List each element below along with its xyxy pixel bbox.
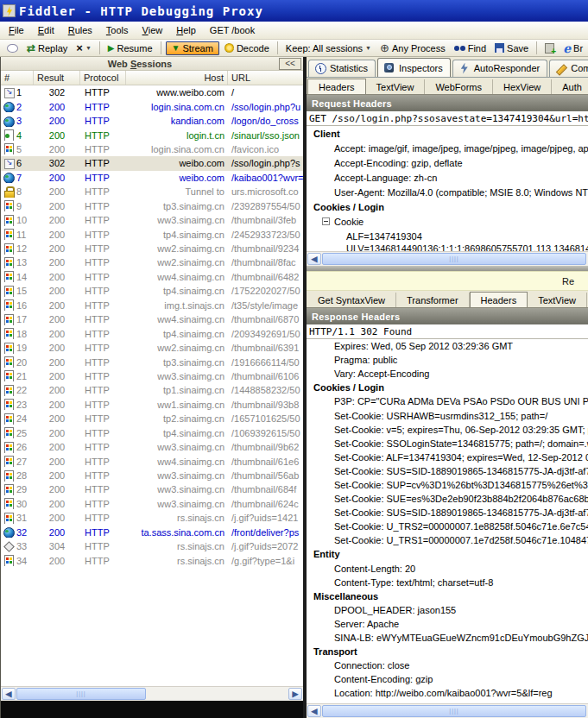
scroll-thumb[interactable] xyxy=(322,705,586,717)
session-row[interactable]: 2200HTTPlogin.sina.com.cn/sso/login.php?… xyxy=(1,99,303,113)
session-row[interactable]: 3200HTTPkandian.com/logon/do_cross xyxy=(1,114,303,128)
session-row[interactable]: 17200HTTPww4.sinaimg.cn/thumbnail/6870 xyxy=(1,312,303,326)
session-row[interactable]: 29200HTTPww3.sinaimg.cn/thumbnail/684f xyxy=(1,482,303,496)
session-host: tp1.sinaimg.cn xyxy=(126,385,228,395)
request-tab-auth[interactable]: Auth xyxy=(552,79,588,94)
sessions-horizontal-scrollbar[interactable]: ◀ ▶ xyxy=(1,686,303,701)
request-headers-tree: ClientAccept: image/gif, image/jpeg, ima… xyxy=(307,126,588,251)
stream-toggle-button[interactable]: ▼Stream xyxy=(166,41,219,55)
session-row[interactable]: 32200HTTPta.sass.sina.com.cn/front/deliv… xyxy=(1,526,303,539)
session-row[interactable]: 16200HTTPimg.t.sinajs.cn/t35/style/image xyxy=(1,299,303,312)
session-row[interactable]: 13200HTTPww2.sinaimg.cn/thumbnail/8fac xyxy=(1,255,303,269)
menu-item-file[interactable]: File xyxy=(2,22,31,38)
session-host: tp2.sinaimg.cn xyxy=(126,413,228,424)
session-row[interactable]: 6302HTTPweibo.com/sso/login.php?s xyxy=(1,156,303,170)
session-host: ww2.sinaimg.cn xyxy=(126,257,228,268)
menu-item-tools[interactable]: Tools xyxy=(99,22,136,38)
response-tab-headers[interactable]: Headers xyxy=(470,292,528,308)
tab-statistics[interactable]: Statistics xyxy=(308,60,376,77)
session-result: 200 xyxy=(34,286,80,296)
scroll-right-arrow[interactable]: ▶ xyxy=(288,688,302,700)
session-row[interactable]: 18200HTTPtp4.sinaimg.cn/2093492691/50 xyxy=(1,326,303,340)
session-row[interactable]: 28200HTTPww3.sinaimg.cn/thumbnail/56ab xyxy=(1,469,303,482)
session-row[interactable]: 4200HTTPlogin.t.cn/sinaurl/sso.json xyxy=(1,128,303,142)
scroll-left-arrow[interactable]: ◀ xyxy=(307,705,321,717)
session-row[interactable]: 33304HTTPrs.sinajs.cn/j.gif?uids=2072 xyxy=(1,539,303,553)
response-horizontal-scrollbar[interactable]: ◀ xyxy=(307,703,588,718)
session-row[interactable]: 27200HTTPww4.sinaimg.cn/thumbnail/61e6 xyxy=(1,454,303,468)
session-row[interactable]: 14200HTTPww4.sinaimg.cn/thumbnail/6482 xyxy=(1,270,303,284)
collapse-panel-button[interactable]: << xyxy=(279,58,301,70)
request-tab-webforms[interactable]: WebForms xyxy=(425,79,493,94)
session-row[interactable]: 10200HTTPww3.sinaimg.cn/thumbnail/3feb xyxy=(1,213,303,227)
session-row[interactable]: 1302HTTPwww.weibo.com/ xyxy=(1,85,303,99)
session-row[interactable]: 19200HTTPww2.sinaimg.cn/thumbnail/6391 xyxy=(1,341,303,355)
request-tab-headers[interactable]: Headers xyxy=(307,79,366,95)
screenshot-button[interactable] xyxy=(541,42,558,54)
remove-dropdown-caret[interactable]: ▼ xyxy=(85,45,92,51)
column-header-url[interactable]: URL xyxy=(228,71,303,85)
session-row[interactable]: 26200HTTPww3.sinaimg.cn/thumbnail/9b62 xyxy=(1,440,303,454)
session-row[interactable]: 25200HTTPtp4.sinaimg.cn/1069392615/50 xyxy=(1,426,303,440)
save-button[interactable]: Save xyxy=(491,42,532,54)
tab-comp[interactable]: Comp xyxy=(549,60,588,77)
menu-item-edit[interactable]: Edit xyxy=(31,22,61,38)
session-url: /1069392615/50 xyxy=(228,428,303,438)
web-sessions-panel: Web Sessions << #ResultProtocolHostURL 1… xyxy=(0,57,307,718)
session-row[interactable]: 23200HTTPww1.sinaimg.cn/thumbnail/93b8 xyxy=(1,398,303,412)
session-row[interactable]: 11200HTTPtp4.sinaimg.cn/2452933723/50 xyxy=(1,227,303,241)
column-header-result[interactable]: Result xyxy=(34,71,80,85)
session-number: 22 xyxy=(16,385,27,395)
session-row[interactable]: 9200HTTPtp3.sinaimg.cn/2392897554/50 xyxy=(1,199,303,213)
session-row[interactable]: 7200HTTPweibo.com/kaibao001?wvr= xyxy=(1,171,303,185)
session-row[interactable]: 5200HTTPlogin.sina.com.cn/favicon.ico xyxy=(1,142,303,156)
request-tab-hexview[interactable]: HexView xyxy=(493,79,552,94)
scroll-thumb[interactable] xyxy=(322,253,586,265)
scroll-track[interactable] xyxy=(147,688,288,700)
session-row[interactable]: 15200HTTPtp4.sinaimg.cn/1752202027/50 xyxy=(1,284,303,298)
session-row[interactable]: 31200HTTPrs.sinajs.cn/j.gif?uids=1421 xyxy=(1,511,303,525)
scroll-left-arrow[interactable]: ◀ xyxy=(2,688,16,700)
column-header-host[interactable]: Host xyxy=(126,71,228,85)
scroll-thumb[interactable] xyxy=(16,688,146,700)
scroll-left-arrow[interactable]: ◀ xyxy=(307,253,321,265)
session-url: /j.gif?uids=1421 xyxy=(228,513,303,523)
session-row[interactable]: 12200HTTPww2.sinaimg.cn/thumbnail/9234 xyxy=(1,242,303,255)
menu-item-view[interactable]: View xyxy=(136,22,170,38)
session-row[interactable]: 22200HTTPtp1.sinaimg.cn/1448858232/50 xyxy=(1,383,303,397)
request-horizontal-scrollbar[interactable]: ◀ xyxy=(307,251,588,266)
comment-button[interactable] xyxy=(3,43,22,54)
browse-button[interactable]: eBr xyxy=(560,42,586,54)
find-button[interactable]: Find xyxy=(451,42,490,54)
response-tab-transformer[interactable]: Transformer xyxy=(396,293,470,307)
response-tab-get-syntaxview[interactable]: Get SyntaxView xyxy=(307,293,396,307)
keep-sessions-dropdown[interactable]: Keep: All sessions▼ xyxy=(282,42,375,54)
request-tab-textview[interactable]: TextView xyxy=(366,79,426,94)
menu-item-help[interactable]: Help xyxy=(169,22,203,38)
replay-button[interactable]: ⇄Replay xyxy=(23,41,71,55)
header-group-title: Cookies / Login xyxy=(307,381,588,394)
menu-item-rules[interactable]: Rules xyxy=(61,22,99,38)
decode-toggle-button[interactable]: Decode xyxy=(221,42,273,54)
remove-sessions-button[interactable]: ×▼ xyxy=(73,41,95,55)
cookie-tree-node[interactable]: Cookie xyxy=(307,214,588,229)
collapse-expander-icon[interactable] xyxy=(322,217,330,225)
encoding-notify-bar[interactable]: Re xyxy=(307,271,588,291)
session-number: 10 xyxy=(16,215,27,225)
session-number: 12 xyxy=(16,243,27,254)
session-row[interactable]: 20200HTTPtp3.sinaimg.cn/1916666114/50 xyxy=(1,355,303,368)
column-header-protocol[interactable]: Protocol xyxy=(80,71,126,85)
menu-item-get-book[interactable]: GET /book xyxy=(203,22,262,38)
session-row[interactable]: 34200HTTPrs.sinajs.cn/g.gif?type=1&i xyxy=(1,553,303,567)
response-tab-textview[interactable]: TextView xyxy=(528,293,587,307)
session-row[interactable]: 21200HTTPww3.sinaimg.cn/thumbnail/6106 xyxy=(1,369,303,383)
session-row[interactable]: 30200HTTPww3.sinaimg.cn/thumbnail/624c xyxy=(1,497,303,511)
column-header-number[interactable]: # xyxy=(1,71,34,85)
session-row[interactable]: 8200HTTPTunnel tours.microsoft.co xyxy=(1,185,303,198)
session-url: /sinaurl/sso.json xyxy=(228,130,303,141)
tab-inspectors[interactable]: Inspectors xyxy=(377,58,451,78)
resume-button[interactable]: ▶Resume xyxy=(104,42,156,54)
session-row[interactable]: 24200HTTPtp2.sinaimg.cn/1657101625/50 xyxy=(1,412,303,425)
tab-autoresponder[interactable]: AutoResponder xyxy=(452,60,547,77)
any-process-button[interactable]: ⊕Any Process xyxy=(376,42,449,54)
